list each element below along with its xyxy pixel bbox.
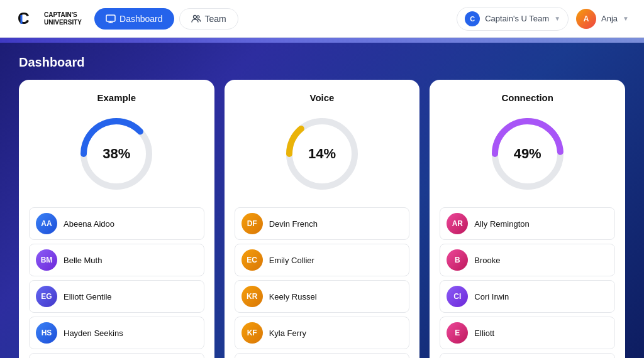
accent-bar: [0, 38, 644, 43]
person-item[interactable]: KB Kala Barker: [29, 353, 204, 358]
svg-point-6: [193, 15, 196, 18]
person-name: Elliott: [474, 328, 494, 338]
svg-rect-3: [106, 15, 115, 21]
nav: Dashboard Team: [94, 8, 457, 30]
donut-percent-connection: 49%: [514, 146, 541, 162]
person-name: Abeena Aidoo: [64, 219, 114, 229]
cards-container: Example 38% AA Abeena Aidoo BM Belle Mut…: [19, 80, 625, 358]
user-chevron: ▼: [623, 15, 629, 22]
team-selector-icon: C: [465, 11, 480, 26]
donut-example: 38%: [75, 113, 157, 195]
team-selector[interactable]: C Captain's U Team ▼: [457, 7, 569, 31]
person-item[interactable]: DF Devin French: [235, 207, 410, 240]
person-name: Cori Irwin: [474, 292, 509, 301]
person-name: Emily Collier: [269, 256, 314, 265]
card-connection: Connection 49% AR Ally Remington B Brook…: [430, 80, 625, 358]
person-item[interactable]: CI Cori Irwin: [440, 280, 615, 313]
person-avatar: B: [447, 249, 468, 271]
page-title: Dashboard: [19, 55, 625, 70]
person-name: Belle Muth: [64, 256, 102, 265]
person-name: Hayden Seekins: [64, 328, 123, 338]
person-avatar: AA: [36, 213, 57, 234]
person-name: Ally Remington: [474, 219, 529, 229]
donut-wrapper-connection: 49%: [440, 113, 615, 195]
person-item[interactable]: BM Belle Muth: [29, 244, 204, 276]
person-item[interactable]: HS Hayden Seekins: [29, 317, 204, 349]
logo: C CAPTAIN'S UNIVERSITY: [15, 6, 82, 31]
person-name: Elliott Gentile: [64, 292, 112, 301]
people-list-voice: DF Devin French EC Emily Collier KR Keel…: [235, 207, 410, 358]
person-name: Kyla Ferry: [269, 328, 306, 338]
card-title-connection: Connection: [440, 92, 615, 103]
person-avatar: E: [447, 322, 468, 344]
team-selector-chevron: ▼: [554, 15, 560, 22]
person-avatar: KR: [242, 286, 263, 307]
dashboard-nav-button[interactable]: Dashboard: [94, 8, 174, 30]
person-item[interactable]: EG Elliott Gentile: [29, 280, 204, 313]
person-avatar: BM: [36, 249, 57, 271]
user-avatar: A: [576, 9, 596, 29]
person-item[interactable]: EC Emily Collier: [235, 244, 410, 276]
donut-percent-example: 38%: [103, 146, 130, 162]
person-item[interactable]: ES Emily Smith: [440, 353, 615, 358]
person-avatar: KF: [242, 322, 263, 344]
users-icon: [191, 14, 201, 24]
monitor-icon: [106, 14, 116, 24]
person-avatar: CI: [447, 286, 468, 307]
person-item[interactable]: T Test: [235, 353, 410, 358]
card-voice: Voice 14% DF Devin French EC Emily Colli…: [225, 80, 420, 358]
donut-percent-voice: 14%: [308, 146, 336, 162]
person-item[interactable]: KF Kyla Ferry: [235, 317, 410, 349]
person-avatar: HS: [36, 322, 57, 344]
person-avatar: DF: [242, 213, 263, 234]
person-name: Devin French: [269, 219, 318, 229]
person-avatar: AR: [447, 213, 468, 234]
donut-wrapper-example: 38%: [29, 113, 204, 195]
header-right: C Captain's U Team ▼ A Anja ▼: [457, 7, 629, 31]
card-title-voice: Voice: [235, 92, 410, 103]
team-selector-label: Captain's U Team: [485, 14, 549, 23]
team-nav-label: Team: [205, 14, 226, 24]
header: C CAPTAIN'S UNIVERSITY Dashboard Team: [0, 0, 644, 38]
card-example: Example 38% AA Abeena Aidoo BM Belle Mut…: [19, 80, 214, 358]
logo-text: CAPTAIN'S UNIVERSITY: [44, 11, 82, 26]
donut-wrapper-voice: 14%: [235, 113, 410, 195]
person-avatar: EG: [36, 286, 57, 307]
user-name: Anja: [601, 14, 618, 23]
person-name: Brooke: [474, 256, 500, 265]
donut-voice: 14%: [281, 113, 363, 195]
person-item[interactable]: E Elliott: [440, 317, 615, 349]
dashboard-nav-label: Dashboard: [119, 14, 163, 24]
person-avatar: EC: [242, 249, 263, 271]
people-list-example: AA Abeena Aidoo BM Belle Muth EG Elliott…: [29, 207, 204, 358]
person-item[interactable]: B Brooke: [440, 244, 615, 276]
people-list-connection: AR Ally Remington B Brooke CI Cori Irwin…: [440, 207, 615, 358]
card-title-example: Example: [29, 92, 204, 103]
svg-text:C: C: [18, 9, 30, 28]
user-selector[interactable]: A Anja ▼: [576, 9, 629, 29]
main-content: Dashboard Example 38% AA Abeena Aidoo BM: [0, 43, 644, 358]
person-item[interactable]: AR Ally Remington: [440, 207, 615, 240]
donut-connection: 49%: [487, 113, 569, 195]
person-item[interactable]: AA Abeena Aidoo: [29, 207, 204, 240]
team-nav-button[interactable]: Team: [179, 8, 238, 30]
logo-icon: C: [15, 6, 40, 31]
person-item[interactable]: KR Keely Russel: [235, 280, 410, 313]
person-name: Keely Russel: [269, 292, 317, 301]
svg-point-7: [197, 16, 199, 18]
